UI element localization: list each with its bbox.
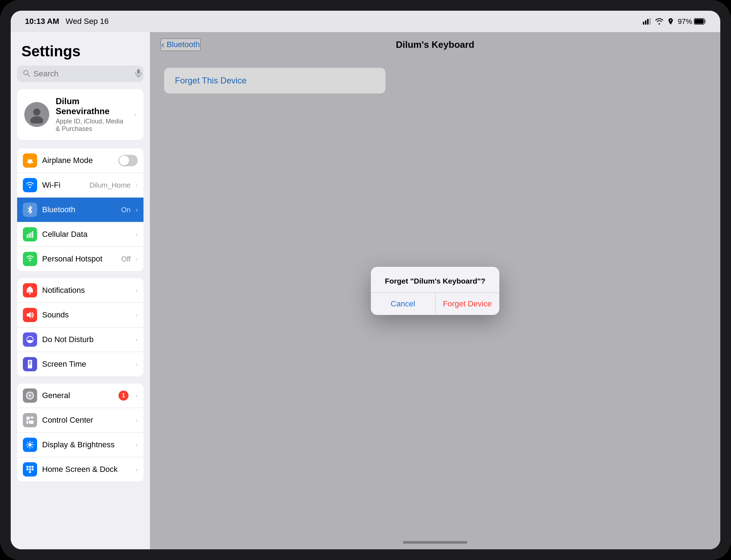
- cellular-label: Cellular Data: [42, 230, 131, 239]
- sidebar-item-general[interactable]: General 1 ›: [17, 383, 143, 408]
- display-chevron: ›: [136, 441, 138, 449]
- svg-rect-54: [32, 468, 34, 470]
- svg-rect-2: [647, 19, 649, 25]
- svg-point-12: [33, 108, 40, 116]
- screen-time-label: Screen Time: [42, 360, 131, 369]
- general-badge: 1: [119, 391, 128, 401]
- sidebar-item-control-center[interactable]: Control Center ›: [17, 408, 143, 433]
- user-profile[interactable]: Dilum Senevirathne Apple ID, iCloud, Med…: [17, 89, 143, 140]
- general-chevron: ›: [136, 392, 138, 399]
- status-bar: 10:13 AM Wed Sep 16: [11, 11, 720, 32]
- ipad-frame: 10:13 AM Wed Sep 16: [0, 0, 731, 560]
- svg-rect-49: [26, 466, 29, 468]
- user-name: Dilum Senevirathne: [56, 96, 128, 116]
- svg-line-33: [31, 397, 32, 398]
- svg-rect-15: [27, 234, 28, 238]
- home-screen-icon: [23, 462, 37, 477]
- sidebar-item-display[interactable]: Display & Brightness ›: [17, 433, 143, 457]
- alert-dialog: Forget "Dilum's Keyboard"? Cancel Forget…: [371, 267, 499, 315]
- hotspot-icon: [23, 252, 37, 266]
- svg-point-27: [29, 394, 31, 397]
- svg-line-32: [27, 393, 29, 394]
- alert-forget-button[interactable]: Forget Device: [435, 293, 500, 315]
- alert-cancel-button[interactable]: Cancel: [371, 293, 435, 315]
- control-center-label: Control Center: [42, 416, 131, 425]
- sidebar-item-home-screen[interactable]: Home Screen & Dock ›: [17, 457, 143, 482]
- airplane-mode-toggle[interactable]: [119, 155, 138, 166]
- sidebar-item-cellular[interactable]: Cellular Data ›: [17, 222, 143, 247]
- search-input[interactable]: [34, 69, 132, 78]
- svg-rect-52: [26, 468, 29, 470]
- search-bar[interactable]: [17, 66, 143, 82]
- notifications-label: Notifications: [42, 286, 131, 295]
- svg-rect-37: [30, 417, 34, 418]
- svg-line-35: [27, 397, 29, 398]
- svg-rect-3: [649, 18, 651, 25]
- screen-time-icon: [23, 357, 37, 371]
- sidebar-item-wifi[interactable]: Wi-Fi Dilum_Home ›: [17, 173, 143, 198]
- connectivity-group: Airplane Mode: [17, 148, 143, 271]
- sidebar-item-bluetooth[interactable]: Bluetooth On ›: [17, 198, 143, 222]
- user-info: Dilum Senevirathne Apple ID, iCloud, Med…: [56, 96, 128, 133]
- toggle-knob: [119, 156, 129, 166]
- general-group: General 1 ›: [17, 383, 143, 482]
- display-label: Display & Brightness: [42, 440, 131, 449]
- svg-rect-18: [32, 231, 33, 238]
- svg-rect-53: [29, 468, 31, 470]
- sounds-chevron: ›: [136, 311, 138, 319]
- sidebar-item-hotspot[interactable]: Personal Hotspot Off ›: [17, 247, 143, 271]
- alert-overlay: Forget "Dilum's Keyboard"? Cancel Forget…: [150, 32, 720, 549]
- svg-point-14: [29, 187, 31, 188]
- svg-rect-6: [695, 19, 704, 24]
- svg-rect-55: [29, 471, 31, 473]
- main-layout: Settings: [11, 32, 720, 549]
- sidebar-item-do-not-disturb[interactable]: Do Not Disturb ›: [17, 327, 143, 352]
- svg-point-40: [29, 443, 32, 447]
- svg-line-8: [27, 74, 30, 76]
- airplane-mode-label: Airplane Mode: [42, 156, 114, 165]
- general-label: General: [42, 391, 114, 400]
- sidebar-item-airplane-mode[interactable]: Airplane Mode: [17, 148, 143, 173]
- svg-rect-23: [29, 361, 31, 362]
- cellular-chevron: ›: [136, 231, 138, 238]
- sounds-label: Sounds: [42, 310, 131, 320]
- sidebar-item-sounds[interactable]: Sounds ›: [17, 303, 143, 327]
- screen-time-chevron: ›: [136, 361, 138, 368]
- sidebar-item-notifications[interactable]: Notifications ›: [17, 278, 143, 303]
- svg-line-34: [31, 393, 32, 394]
- sidebar-item-screen-time[interactable]: Screen Time ›: [17, 352, 143, 376]
- svg-rect-51: [32, 466, 34, 468]
- svg-rect-9: [137, 69, 140, 74]
- settings-title: Settings: [11, 32, 150, 66]
- svg-rect-25: [29, 364, 31, 365]
- svg-point-19: [29, 260, 31, 261]
- bluetooth-chevron: ›: [136, 206, 138, 214]
- signal-icon: [643, 18, 651, 25]
- battery-percent: 97%: [678, 17, 692, 26]
- svg-rect-17: [30, 232, 31, 238]
- svg-line-48: [27, 447, 28, 447]
- svg-line-46: [32, 447, 32, 447]
- svg-rect-39: [29, 421, 34, 424]
- display-icon: [23, 438, 37, 452]
- svg-rect-16: [29, 233, 30, 238]
- mic-icon: [135, 69, 142, 78]
- do-not-disturb-icon: [23, 332, 37, 347]
- alert-buttons: Cancel Forget Device: [371, 293, 499, 315]
- do-not-disturb-chevron: ›: [136, 336, 138, 343]
- wifi-status-icon: [655, 18, 664, 25]
- notifications-icon: [23, 283, 37, 297]
- sounds-icon: [23, 308, 37, 322]
- status-icons: 97%: [643, 17, 706, 26]
- notifications-group: Notifications › Sounds ›: [17, 278, 143, 376]
- sidebar: Settings: [11, 32, 150, 549]
- hotspot-chevron: ›: [136, 255, 138, 263]
- status-date: Wed Sep 16: [66, 17, 109, 26]
- svg-line-47: [32, 442, 32, 443]
- wifi-chevron: ›: [136, 182, 138, 189]
- hotspot-value: Off: [121, 255, 131, 263]
- location-icon: [668, 18, 674, 25]
- ipad-screen: 10:13 AM Wed Sep 16: [11, 11, 720, 549]
- bluetooth-label: Bluetooth: [42, 205, 116, 214]
- svg-rect-50: [29, 466, 31, 468]
